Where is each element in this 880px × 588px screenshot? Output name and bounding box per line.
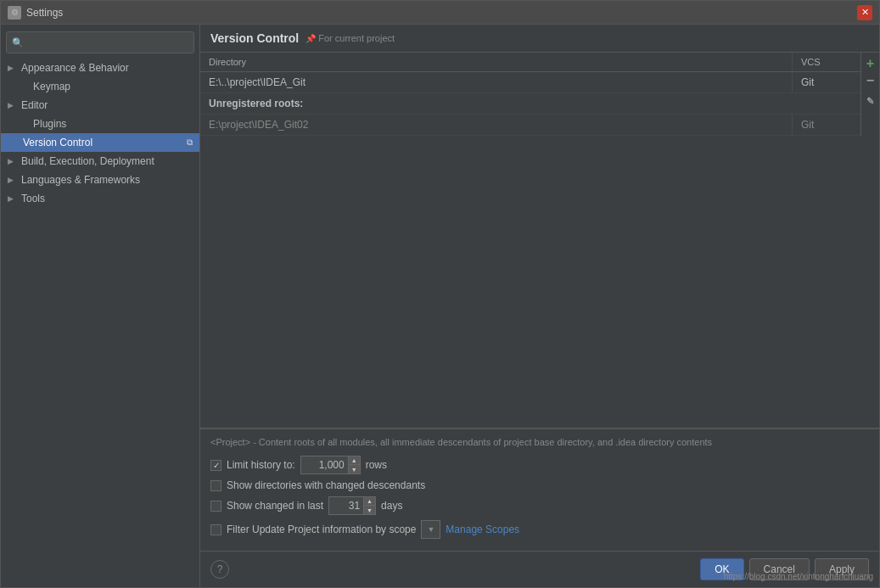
- scope-dropdown[interactable]: ▼: [421, 520, 440, 539]
- sidebar-item-label: Appearance & Behavior: [21, 62, 193, 74]
- arrow-icon: ▶: [8, 101, 18, 109]
- remove-row-button[interactable]: −: [863, 73, 878, 88]
- help-button[interactable]: ?: [210, 560, 229, 579]
- table-area: Directory VCS E:\..\project\IDEA_Git Git: [200, 53, 879, 428]
- col-vcs-header: VCS: [793, 53, 860, 71]
- show-changed-input[interactable]: [329, 497, 363, 514]
- arrow-icon: ▶: [8, 64, 18, 72]
- sidebar-item-build-execution[interactable]: ▶ Build, Execution, Deployment: [1, 152, 199, 171]
- right-panel: Version Control 📌 For current project Di…: [200, 25, 879, 587]
- limit-history-input[interactable]: [301, 456, 348, 473]
- sidebar-item-label: Build, Execution, Deployment: [21, 155, 193, 167]
- sidebar-item-version-control[interactable]: Version Control ⧉: [1, 133, 199, 152]
- show-changed-spinbox[interactable]: ▲ ▼: [328, 496, 376, 515]
- filter-update-checkbox[interactable]: [210, 524, 221, 535]
- settings-window: ⚙ Settings ✕ 🔍 ▶ Appearance & Behavior K…: [0, 0, 880, 588]
- table-header: Directory VCS: [200, 53, 860, 72]
- dir-cell: E:\..\project\IDEA_Git: [200, 72, 793, 92]
- arrow-icon: ▶: [8, 194, 18, 203]
- unregistered-header: Unregistered roots:: [200, 93, 860, 115]
- panel-content: Directory VCS E:\..\project\IDEA_Git Git: [200, 53, 879, 551]
- sidebar-item-plugins[interactable]: Plugins: [1, 115, 199, 133]
- table-with-actions: Directory VCS E:\..\project\IDEA_Git Git: [200, 53, 879, 136]
- sidebar-item-editor[interactable]: ▶ Editor: [1, 96, 199, 115]
- ok-button[interactable]: OK: [700, 558, 743, 580]
- bottom-area: <Project> - Content roots of all modules…: [200, 428, 879, 551]
- edit-row-button[interactable]: ✎: [863, 93, 878, 109]
- sidebar-item-label: Editor: [21, 99, 193, 111]
- filter-update-row: Filter Update Project information by sco…: [210, 520, 869, 539]
- page-icon: ⧉: [187, 137, 193, 148]
- panel-title: Version Control: [210, 31, 299, 45]
- footer: ? OK Cancel Apply: [200, 551, 879, 587]
- sidebar-item-languages-frameworks[interactable]: ▶ Languages & Frameworks: [1, 171, 199, 189]
- search-icon: 🔍: [12, 37, 24, 48]
- table-main: Directory VCS E:\..\project\IDEA_Git Git: [200, 53, 860, 136]
- cancel-button[interactable]: Cancel: [749, 558, 810, 580]
- settings-window-icon: ⚙: [8, 6, 21, 20]
- sidebar-item-keymap[interactable]: Keymap: [1, 77, 199, 96]
- panel-header: Version Control 📌 For current project: [200, 25, 879, 53]
- limit-history-label: Limit history to:: [227, 459, 295, 471]
- show-changed-unit: days: [381, 500, 402, 512]
- limit-history-row: Limit history to: ▲ ▼ rows: [210, 456, 869, 474]
- manage-scopes-link[interactable]: Manage Scopes: [446, 524, 519, 535]
- window-title: Settings: [26, 7, 63, 19]
- title-bar-controls: ✕: [857, 5, 872, 20]
- show-directories-row: Show directories with changed descendant…: [210, 479, 869, 491]
- title-bar: ⚙ Settings ✕: [1, 1, 879, 25]
- filter-update-label: Filter Update Project information by sco…: [227, 524, 416, 535]
- sidebar-item-label: Version Control: [23, 137, 183, 148]
- spinbox-buttons-2: ▲ ▼: [363, 497, 375, 514]
- spinbox-down-button[interactable]: ▼: [348, 465, 360, 473]
- table-body: E:\..\project\IDEA_Git Git Unregistered …: [200, 72, 860, 136]
- show-changed-label: Show changed in last: [227, 500, 323, 512]
- search-input[interactable]: [27, 36, 188, 48]
- show-directories-label: Show directories with changed descendant…: [227, 479, 425, 491]
- add-row-button[interactable]: +: [863, 56, 878, 71]
- spinbox-down-button-2[interactable]: ▼: [363, 506, 375, 514]
- arrow-icon: ▶: [8, 157, 18, 165]
- show-changed-checkbox[interactable]: [210, 501, 221, 512]
- close-button[interactable]: ✕: [857, 5, 872, 20]
- side-actions: + − ✎: [860, 53, 879, 136]
- apply-button[interactable]: Apply: [815, 558, 869, 580]
- dropdown-arrow-icon: ▼: [427, 525, 434, 534]
- sidebar-item-appearance-behavior[interactable]: ▶ Appearance & Behavior: [1, 59, 199, 77]
- subtitle-icon: 📌: [305, 34, 316, 43]
- vcs-cell-unregistered: Git: [793, 115, 860, 135]
- panel-subtitle-text: For current project: [318, 33, 395, 43]
- title-bar-left: ⚙ Settings: [8, 6, 63, 20]
- sidebar-item-label: Plugins: [33, 118, 193, 130]
- dir-cell-unregistered: E:\project\IDEA_Git02: [200, 115, 793, 135]
- main-content: 🔍 ▶ Appearance & Behavior Keymap ▶ Edito…: [1, 25, 879, 587]
- limit-history-unit: rows: [366, 459, 387, 471]
- table-row-unregistered[interactable]: E:\project\IDEA_Git02 Git: [200, 115, 860, 136]
- show-changed-row: Show changed in last ▲ ▼ days: [210, 496, 869, 515]
- limit-history-checkbox[interactable]: [210, 460, 221, 471]
- limit-history-spinbox[interactable]: ▲ ▼: [300, 456, 361, 474]
- sidebar-item-label: Tools: [21, 193, 193, 204]
- arrow-icon: ▶: [8, 176, 18, 184]
- footer-right: OK Cancel Apply: [700, 558, 869, 580]
- panel-subtitle: 📌 For current project: [305, 33, 395, 43]
- spinbox-up-button-2[interactable]: ▲: [363, 497, 375, 506]
- sidebar: 🔍 ▶ Appearance & Behavior Keymap ▶ Edito…: [1, 25, 200, 587]
- sidebar-item-label: Keymap: [33, 81, 193, 92]
- info-text: <Project> - Content roots of all modules…: [210, 436, 869, 449]
- spinbox-buttons: ▲ ▼: [348, 456, 360, 473]
- spinbox-up-button[interactable]: ▲: [348, 456, 360, 465]
- table-row[interactable]: E:\..\project\IDEA_Git Git: [200, 72, 860, 93]
- help-icon: ?: [217, 563, 223, 575]
- sidebar-item-label: Languages & Frameworks: [21, 174, 193, 186]
- vcs-cell: Git: [793, 72, 860, 92]
- col-directory-header: Directory: [200, 53, 793, 71]
- search-box[interactable]: 🔍: [6, 31, 194, 53]
- footer-left: ?: [210, 560, 229, 579]
- show-directories-checkbox[interactable]: [210, 480, 221, 491]
- sidebar-item-tools[interactable]: ▶ Tools: [1, 189, 199, 208]
